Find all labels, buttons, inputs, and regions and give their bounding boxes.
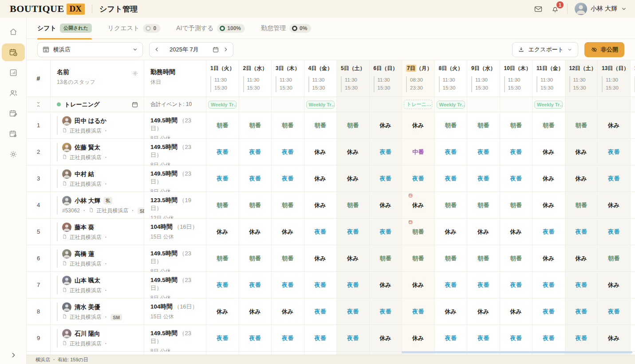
day-header-cell[interactable]: 8日（火）11:3015:30: [435, 60, 468, 97]
shift-cell[interactable]: 夜番: [532, 298, 565, 325]
shift-cell[interactable]: 休み: [304, 165, 337, 192]
shift-cell[interactable]: 休み: [402, 192, 435, 219]
column-settings-gear-icon[interactable]: [132, 70, 138, 78]
prev-month-button[interactable]: [154, 47, 160, 52]
shift-cell[interactable]: 休み: [272, 298, 304, 325]
shift-cell[interactable]: [631, 245, 635, 272]
staff-name-cell[interactable]: 小林 大輝私#53062 ・正社員横浜店 ・SD: [51, 192, 144, 219]
training-day-cell[interactable]: [337, 97, 370, 112]
shift-cell[interactable]: 夜番: [337, 298, 370, 325]
shift-cell[interactable]: 休み: [239, 298, 272, 325]
shift-cell[interactable]: 朝番: [272, 245, 304, 272]
shift-cell[interactable]: 休み: [435, 219, 468, 245]
export-button[interactable]: エクスポート: [512, 42, 578, 57]
shift-cell[interactable]: 夜番: [435, 325, 468, 352]
shift-cell[interactable]: 休み: [598, 112, 631, 139]
store-select[interactable]: 横浜店: [37, 42, 143, 57]
staff-name-cell[interactable]: 高橋 蓮正社員横浜店 ・: [51, 245, 144, 272]
shift-cell[interactable]: 朝番: [370, 245, 402, 272]
shift-cell[interactable]: 夜番: [272, 139, 304, 165]
shift-cell[interactable]: 朝番: [532, 112, 565, 139]
training-calendar-icon[interactable]: [131, 101, 138, 108]
staff-row[interactable]: 7山本 颯太正社員横浜店 ・149.5時間 （23日）8日 公休夜番夜番夜番夜番…: [27, 272, 635, 298]
shift-cell[interactable]: 休み: [402, 112, 435, 139]
shift-cell[interactable]: 夜番: [565, 219, 598, 245]
sidebar-item-staff[interactable]: [2, 84, 25, 102]
day-header-cell[interactable]: 10日（木）11:3015:30: [500, 60, 533, 97]
shift-cell[interactable]: 夜番: [467, 165, 500, 192]
staff-row[interactable]: 8清水 美優正社員横浜店 ・SM104時間 （16日）15日 公休休み休み休み夜…: [27, 298, 635, 325]
staff-row[interactable]: 1田中 はるか正社員横浜店 ・149.5時間 （23日）8日 公休朝番朝番朝番朝…: [27, 112, 635, 139]
shift-cell[interactable]: 夜番: [370, 139, 402, 165]
shift-cell[interactable]: 夜番: [467, 325, 500, 352]
training-event-badge[interactable]: Weekly Tr…: [208, 101, 237, 109]
training-day-cell[interactable]: [565, 97, 598, 112]
shift-cell[interactable]: 朝番: [500, 245, 533, 272]
shift-cell[interactable]: [631, 165, 635, 192]
shift-cell[interactable]: 朝番: [435, 245, 468, 272]
training-day-cell[interactable]: [467, 97, 500, 112]
day-header-cell[interactable]: 5日（土）11:3015:30: [337, 60, 370, 97]
training-day-cell[interactable]: [500, 97, 533, 112]
shift-cell[interactable]: 休み: [598, 325, 631, 352]
shift-cell[interactable]: 休み: [565, 245, 598, 272]
shift-cell[interactable]: 休み: [402, 325, 435, 352]
sidebar-item-calendar-edit[interactable]: [2, 105, 25, 122]
staff-row[interactable]: 2佐藤 賢太正社員横浜店 ・149.5時間 （23日）8日 公休夜番夜番夜番休み…: [27, 139, 635, 165]
shift-cell[interactable]: 朝番: [565, 112, 598, 139]
shift-cell[interactable]: 休み: [304, 245, 337, 272]
collapse-training-button[interactable]: [27, 97, 51, 112]
shift-cell[interactable]: 休み: [532, 245, 565, 272]
shift-cell[interactable]: 休み: [304, 192, 337, 219]
shift-cell[interactable]: 朝番: [239, 192, 272, 219]
training-event-badge[interactable]: トレーニ…: [404, 100, 432, 109]
shift-cell[interactable]: 夜番: [565, 325, 598, 352]
shift-cell[interactable]: 休み: [598, 272, 631, 298]
shift-cell[interactable]: 朝番: [337, 112, 370, 139]
shift-cell[interactable]: 休み: [206, 298, 239, 325]
day-header-cell[interactable]: 13日（日）11:3015:30: [598, 60, 631, 97]
shift-cell[interactable]: 夜番: [532, 219, 565, 245]
shift-cell[interactable]: 朝番: [467, 245, 500, 272]
shift-cell[interactable]: [631, 298, 635, 325]
staff-row[interactable]: 9石川 陽向正社員横浜店 ・149.5時間 （23日）8日 公休夜番夜番夜番夜番…: [27, 325, 635, 352]
staff-row[interactable]: 5藤本 葵正社員横浜店 ・104時間 （16日）15日 公休休み休み休み夜番夜番…: [27, 219, 635, 245]
shift-cell[interactable]: 休み: [272, 219, 304, 245]
training-day-cell[interactable]: Weekly Tr…: [435, 97, 468, 112]
shift-cell[interactable]: 休み: [370, 272, 402, 298]
staff-name-cell[interactable]: 石川 陽向正社員横浜店 ・: [51, 325, 144, 352]
shift-cell[interactable]: 休み: [370, 325, 402, 352]
shift-cell[interactable]: 朝番: [239, 245, 272, 272]
staff-name-cell[interactable]: 中村 結正社員横浜店 ・: [51, 165, 144, 192]
shift-cell[interactable]: 夜番: [500, 325, 533, 352]
shift-cell[interactable]: 夜番: [500, 272, 533, 298]
day-header-cell[interactable]: 4日（金）11:3015:30: [304, 60, 337, 97]
shift-cell[interactable]: 夜番: [598, 139, 631, 165]
shift-cell[interactable]: 朝番: [467, 112, 500, 139]
sidebar-item-shifts[interactable]: [2, 43, 25, 61]
shift-cell[interactable]: 朝番: [239, 112, 272, 139]
shift-cell[interactable]: 夜番: [402, 165, 435, 192]
training-day-cell[interactable]: [598, 97, 631, 112]
shift-cell[interactable]: 夜番: [239, 325, 272, 352]
shift-cell[interactable]: 朝番: [272, 192, 304, 219]
training-day-cell[interactable]: [370, 97, 402, 112]
staff-name-cell[interactable]: 山本 颯太正社員横浜店 ・: [51, 272, 144, 298]
shift-cell[interactable]: 朝番: [304, 112, 337, 139]
shift-cell[interactable]: 休み: [402, 272, 435, 298]
shift-cell[interactable]: 休み: [337, 139, 370, 165]
day-header-cell[interactable]: 14日（月）11:3015:30: [631, 60, 635, 97]
unpublish-button[interactable]: 非公開: [584, 42, 624, 57]
shift-cell[interactable]: [631, 112, 635, 139]
training-day-cell[interactable]: Weekly Tr…: [532, 97, 565, 112]
day-header-cell[interactable]: 9日（水）11:3015:30: [467, 60, 500, 97]
shift-cell[interactable]: 朝番: [206, 192, 239, 219]
shift-cell[interactable]: 夜番: [304, 219, 337, 245]
shift-cell[interactable]: 夜番: [598, 298, 631, 325]
shift-cell[interactable]: 休み: [532, 165, 565, 192]
shift-cell[interactable]: 朝番: [206, 112, 239, 139]
shift-cell[interactable]: 夜番: [370, 298, 402, 325]
shift-cell[interactable]: [631, 272, 635, 298]
shift-cell[interactable]: 休み: [206, 219, 239, 245]
shift-cell[interactable]: 朝番: [598, 245, 631, 272]
